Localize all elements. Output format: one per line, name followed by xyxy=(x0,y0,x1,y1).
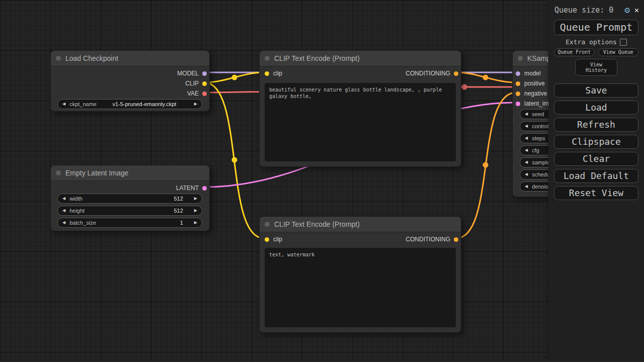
input-dot-latent-image[interactable] xyxy=(516,102,520,106)
reset-view-button[interactable]: Reset View xyxy=(554,186,638,200)
slot-label: model xyxy=(524,70,541,77)
output-dot-vae[interactable] xyxy=(202,92,207,96)
stepper-right-arrow-icon[interactable]: ▶ xyxy=(194,206,197,216)
slot-label: positive xyxy=(524,80,545,87)
widget-label: seed xyxy=(532,111,544,117)
stepper-left-arrow-icon[interactable]: ◀ xyxy=(62,218,65,228)
extra-options-row: Extra options xyxy=(548,38,644,46)
slot-label: VAE xyxy=(187,90,199,97)
slot-row: clip CONDITIONING xyxy=(260,68,461,78)
comfyui-canvas[interactable]: { "colors": { "model": "#b9a3e3", "clip"… xyxy=(0,0,644,362)
node-clip-text-encode-negative[interactable]: CLIP Text Encode (Prompt) clip CONDITION… xyxy=(259,216,461,333)
batch-size-stepper[interactable]: ◀ batch_size 1 ▶ xyxy=(57,218,202,228)
stepper-right-arrow-icon[interactable]: ▶ xyxy=(194,194,197,204)
slot-label: negative xyxy=(524,90,547,97)
stepper-left-arrow-icon[interactable]: ◀ xyxy=(525,157,528,167)
widget-value: 1 xyxy=(96,220,194,226)
slot-label: CONDITIONING xyxy=(406,70,450,77)
link-midpoint-dot[interactable] xyxy=(462,84,467,90)
widget-label: steps xyxy=(532,135,545,141)
widget-value: 512 xyxy=(83,196,194,202)
output-dot-model[interactable] xyxy=(202,71,207,76)
collapse-dot-icon[interactable] xyxy=(56,56,61,61)
slot-row: clip CONDITIONING xyxy=(260,234,461,244)
collapse-dot-icon[interactable] xyxy=(56,170,61,175)
slot-label: LATENT xyxy=(176,185,199,192)
stepper-left-arrow-icon[interactable]: ◀ xyxy=(62,194,65,204)
collapse-dot-icon[interactable] xyxy=(265,222,270,227)
input-dot-negative[interactable] xyxy=(516,92,520,96)
ckpt-name-combo[interactable]: ◀ ckpt_name v1-5-pruned-emaonly.ckpt ▶ xyxy=(57,99,202,109)
output-dot-conditioning[interactable] xyxy=(454,237,458,242)
refresh-button[interactable]: Refresh xyxy=(554,118,638,132)
node-title-bar[interactable]: Empty Latent Image xyxy=(51,165,209,181)
stepper-left-arrow-icon[interactable]: ◀ xyxy=(62,206,65,216)
combo-left-arrow-icon[interactable]: ◀ xyxy=(62,99,65,109)
settings-gear-icon[interactable]: ⚙ xyxy=(624,5,630,15)
link-midpoint-dot[interactable] xyxy=(483,162,489,168)
widget-label: width xyxy=(69,196,83,202)
input-dot-model[interactable] xyxy=(516,71,520,76)
link-midpoint-dot[interactable] xyxy=(483,75,489,80)
node-empty-latent-image[interactable]: Empty Latent Image LATENT ◀ width 512 ▶ … xyxy=(50,165,210,231)
input-dot-clip[interactable] xyxy=(265,71,269,76)
node-title: CLIP Text Encode (Prompt) xyxy=(274,54,360,62)
comfy-menu-panel: Queue size: 0 ⚙ ✕ Queue Prompt Extra opt… xyxy=(548,0,644,362)
stepper-left-arrow-icon[interactable]: ◀ xyxy=(525,169,528,179)
prompt-textarea[interactable]: beautiful scenery nature glass bottle la… xyxy=(265,83,456,161)
node-clip-text-encode-positive[interactable]: CLIP Text Encode (Prompt) clip CONDITION… xyxy=(259,50,461,167)
widget-value: 512 xyxy=(85,208,194,214)
extra-options-label: Extra options xyxy=(566,38,617,46)
link-midpoint-dot[interactable] xyxy=(232,75,237,80)
widget-label: ckpt_name xyxy=(69,101,97,107)
clipspace-button[interactable]: Clipspace xyxy=(554,135,638,149)
stepper-left-arrow-icon[interactable]: ◀ xyxy=(525,121,528,131)
link-midpoint-dot[interactable] xyxy=(232,157,237,163)
output-slot-vae: VAE xyxy=(51,88,209,99)
menu-header: Queue size: 0 ⚙ ✕ xyxy=(548,0,644,16)
extra-options-checkbox[interactable] xyxy=(620,39,627,46)
clear-button[interactable]: Clear xyxy=(554,152,638,166)
collapse-dot-icon[interactable] xyxy=(265,56,270,61)
height-stepper[interactable]: ◀ height 512 ▶ xyxy=(57,206,202,216)
queue-prompt-button[interactable]: Queue Prompt xyxy=(554,20,638,35)
node-title-bar[interactable]: CLIP Text Encode (Prompt) xyxy=(260,51,461,66)
output-slot-clip: CLIP xyxy=(51,78,209,88)
width-stepper[interactable]: ◀ width 512 ▶ xyxy=(57,194,202,204)
stepper-left-arrow-icon[interactable]: ◀ xyxy=(525,145,528,155)
slot-label: CLIP xyxy=(185,80,199,87)
load-button[interactable]: Load xyxy=(554,101,638,115)
combo-right-arrow-icon[interactable]: ▶ xyxy=(194,99,197,109)
save-button[interactable]: Save xyxy=(554,83,638,98)
stepper-right-arrow-icon[interactable]: ▶ xyxy=(194,218,197,228)
slot-label: clip xyxy=(273,70,282,77)
output-dot-latent[interactable] xyxy=(202,186,207,191)
queue-actions-row: Queue Front View Queue xyxy=(554,48,638,56)
load-default-button[interactable]: Load Default xyxy=(554,169,638,183)
queue-size-label: Queue size: 0 xyxy=(554,6,613,15)
output-dot-conditioning[interactable] xyxy=(454,71,458,76)
widget-label: height xyxy=(69,208,85,214)
slot-label: clip xyxy=(273,236,282,243)
node-title-bar[interactable]: Load Checkpoint xyxy=(51,51,209,66)
stepper-left-arrow-icon[interactable]: ◀ xyxy=(525,182,528,192)
input-dot-positive[interactable] xyxy=(516,81,520,86)
output-slot-latent: LATENT xyxy=(51,183,209,193)
widget-label: batch_size xyxy=(69,220,96,226)
close-icon[interactable]: ✕ xyxy=(634,6,639,15)
stepper-left-arrow-icon[interactable]: ◀ xyxy=(525,133,528,143)
collapse-dot-icon[interactable] xyxy=(518,56,523,61)
widget-label: cfg xyxy=(532,147,539,153)
view-queue-button[interactable]: View Queue xyxy=(598,48,639,56)
stepper-left-arrow-icon[interactable]: ◀ xyxy=(525,109,528,119)
input-dot-clip[interactable] xyxy=(265,237,269,242)
node-title-bar[interactable]: CLIP Text Encode (Prompt) xyxy=(260,217,461,232)
node-load-checkpoint[interactable]: Load Checkpoint MODEL CLIP VAE ◀ ckpt_na… xyxy=(50,50,210,112)
widget-value: v1-5-pruned-emaonly.ckpt xyxy=(97,101,194,107)
prompt-textarea[interactable]: text, watermark xyxy=(265,248,456,327)
output-dot-clip[interactable] xyxy=(202,81,207,86)
slot-label: CONDITIONING xyxy=(406,236,450,243)
output-slot-model: MODEL xyxy=(51,68,209,78)
view-history-button[interactable]: View History xyxy=(575,59,617,76)
queue-front-button[interactable]: Queue Front xyxy=(554,48,595,56)
